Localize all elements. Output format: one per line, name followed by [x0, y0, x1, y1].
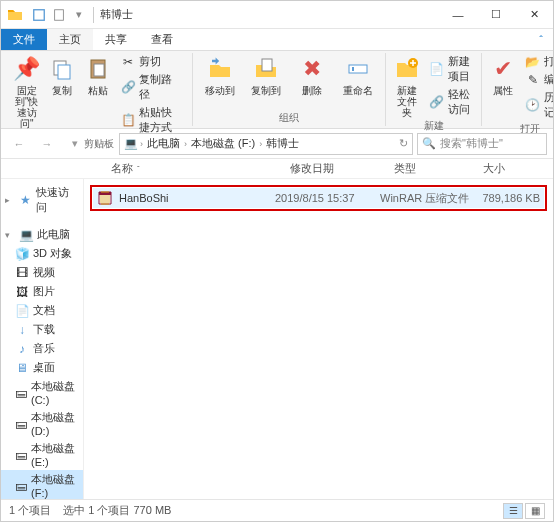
- search-input[interactable]: 🔍 搜索"韩博士": [417, 133, 547, 155]
- copy-button[interactable]: 复制: [46, 53, 77, 96]
- file-list: HanBoShi 2019/8/15 15:37 WinRAR 压缩文件 789…: [84, 179, 553, 499]
- newfolder-button[interactable]: 新建文件夹: [392, 53, 422, 118]
- delete-button[interactable]: ✖删除: [291, 53, 333, 96]
- col-size[interactable]: 大小: [483, 161, 553, 176]
- minimize-button[interactable]: —: [439, 1, 477, 29]
- file-name: HanBoShi: [119, 192, 275, 204]
- status-selected: 选中 1 个项目 770 MB: [63, 503, 171, 518]
- nav-downloads[interactable]: ↓下载: [1, 320, 83, 339]
- pin-icon: 📌: [13, 55, 41, 83]
- view-details-button[interactable]: ☰: [503, 503, 523, 519]
- star-icon: ★: [19, 193, 33, 207]
- tab-file[interactable]: 文件: [1, 29, 47, 50]
- drive-icon: 🖴: [15, 479, 27, 493]
- status-count: 1 个项目: [9, 503, 51, 518]
- cut-button[interactable]: ✂剪切: [117, 53, 186, 70]
- drive-icon: 🖴: [15, 386, 27, 400]
- nav-music[interactable]: ♪音乐: [1, 339, 83, 358]
- desktop-icon: 🖥: [15, 361, 29, 375]
- address-bar: ← → ▾ ↑ 💻 › 此电脑 › 本地磁盘 (F:) › 韩博士 ↻ 🔍 搜索…: [1, 129, 553, 159]
- forward-button[interactable]: →: [35, 133, 59, 155]
- moveto-icon: [206, 55, 234, 83]
- newitem-button[interactable]: 📄新建项目: [426, 53, 475, 85]
- crumb-thispc[interactable]: 此电脑: [145, 136, 182, 151]
- drive-icon: 🖴: [15, 448, 27, 462]
- file-type: WinRAR 压缩文件: [380, 191, 470, 206]
- cut-icon: ✂: [121, 55, 135, 69]
- back-button[interactable]: ←: [7, 133, 31, 155]
- rename-icon: [344, 55, 372, 83]
- svg-rect-8: [352, 67, 354, 71]
- nav-drive-d[interactable]: 🖴本地磁盘 (D:): [1, 408, 83, 439]
- pin-button[interactable]: 📌 固定到"快速访问": [11, 53, 42, 129]
- properties-button[interactable]: ✔属性: [488, 53, 518, 96]
- close-button[interactable]: ✕: [515, 1, 553, 29]
- copyto-button[interactable]: 复制到: [245, 53, 287, 96]
- qat-new-icon[interactable]: [51, 7, 67, 23]
- rename-button[interactable]: 重命名: [337, 53, 379, 96]
- folder-icon: [7, 7, 23, 23]
- pc-icon: 💻: [124, 137, 138, 150]
- crumb-drive[interactable]: 本地磁盘 (F:): [189, 136, 257, 151]
- view-icons-button[interactable]: ▦: [525, 503, 545, 519]
- svg-rect-0: [34, 9, 45, 20]
- refresh-button[interactable]: ↻: [399, 137, 408, 150]
- up-button[interactable]: ↑: [91, 133, 115, 155]
- pc-icon: 💻: [19, 228, 33, 242]
- documents-icon: 📄: [15, 304, 29, 318]
- paste-icon: [84, 55, 112, 83]
- svg-rect-7: [349, 65, 367, 73]
- archive-icon: [97, 190, 113, 206]
- search-icon: 🔍: [422, 137, 436, 150]
- music-icon: ♪: [15, 342, 29, 356]
- easyaccess-button[interactable]: 🔗轻松访问: [426, 86, 475, 118]
- nav-videos[interactable]: 🎞视频: [1, 263, 83, 282]
- svg-rect-6: [262, 59, 272, 71]
- qat-properties-icon[interactable]: [31, 7, 47, 23]
- nav-thispc[interactable]: ▾💻此电脑: [1, 225, 83, 244]
- nav-drive-c[interactable]: 🖴本地磁盘 (C:): [1, 377, 83, 408]
- paste-button[interactable]: 粘贴: [82, 53, 113, 96]
- col-date[interactable]: 修改日期: [290, 161, 394, 176]
- qat-dropdown-icon[interactable]: ▾: [71, 7, 87, 23]
- address-box[interactable]: 💻 › 此电脑 › 本地磁盘 (F:) › 韩博士 ↻: [119, 133, 413, 155]
- nav-documents[interactable]: 📄文档: [1, 301, 83, 320]
- svg-rect-1: [55, 9, 64, 20]
- maximize-button[interactable]: ☐: [477, 1, 515, 29]
- col-type[interactable]: 类型: [394, 161, 483, 176]
- titlebar: ▾ 韩博士 — ☐ ✕: [1, 1, 553, 29]
- crumb-folder[interactable]: 韩博士: [264, 136, 301, 151]
- nav-drive-f[interactable]: 🖴本地磁盘 (F:): [1, 470, 83, 499]
- help-button[interactable]: ˆ: [529, 29, 553, 50]
- pasteshortcut-button[interactable]: 📋粘贴快捷方式: [117, 104, 186, 136]
- open-icon: 📂: [526, 55, 540, 69]
- tab-share[interactable]: 共享: [93, 29, 139, 50]
- nav-drive-e[interactable]: 🖴本地磁盘 (E:): [1, 439, 83, 470]
- drive-icon: 🖴: [15, 417, 27, 431]
- window-title: 韩博士: [100, 7, 133, 22]
- nav-desktop[interactable]: 🖥桌面: [1, 358, 83, 377]
- copyto-icon: [252, 55, 280, 83]
- recent-button[interactable]: ▾: [63, 133, 87, 155]
- history-button[interactable]: 🕑历史记录: [522, 89, 554, 121]
- file-row[interactable]: HanBoShi 2019/8/15 15:37 WinRAR 压缩文件 789…: [93, 188, 544, 208]
- open-button[interactable]: 📂打开: [522, 53, 554, 70]
- newitem-icon: 📄: [430, 62, 444, 76]
- col-name[interactable]: 名称ˆ: [111, 161, 290, 176]
- nav-quickaccess[interactable]: ▸★快速访问: [1, 183, 83, 217]
- tab-home[interactable]: 主页: [47, 29, 93, 50]
- tab-view[interactable]: 查看: [139, 29, 185, 50]
- file-date: 2019/8/15 15:37: [275, 192, 380, 204]
- nav-3dobjects[interactable]: 🧊3D 对象: [1, 244, 83, 263]
- edit-button[interactable]: ✎编辑: [522, 71, 554, 88]
- svg-rect-5: [94, 64, 104, 76]
- easyaccess-icon: 🔗: [430, 95, 444, 109]
- ribbon-tabs: 文件 主页 共享 查看 ˆ: [1, 29, 553, 51]
- pasteshortcut-icon: 📋: [121, 113, 135, 127]
- highlight-box: HanBoShi 2019/8/15 15:37 WinRAR 压缩文件 789…: [90, 185, 547, 211]
- copypath-button[interactable]: 🔗复制路径: [117, 71, 186, 103]
- delete-icon: ✖: [298, 55, 326, 83]
- divider: [93, 7, 94, 23]
- moveto-button[interactable]: 移动到: [199, 53, 241, 96]
- nav-pictures[interactable]: 🖼图片: [1, 282, 83, 301]
